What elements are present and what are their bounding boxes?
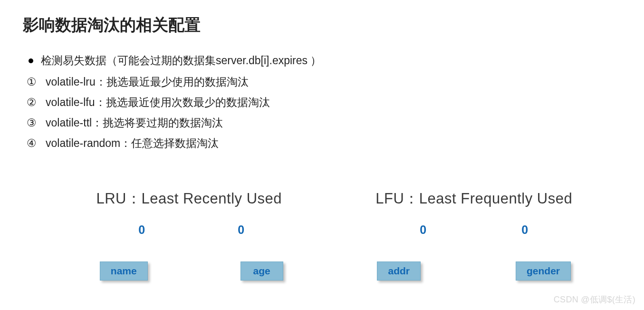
lfu-values-row: 0 0 — [332, 223, 617, 237]
list-item: ② volatile-lfu：挑选最近使用次数最少的数据淘汰 — [27, 95, 621, 110]
list-item: ④ volatile-random：任意选择数据淘汰 — [27, 136, 621, 151]
list-item-text: volatile-ttl：挑选将要过期的数据淘汰 — [46, 116, 223, 130]
lfu-diagram: LFU：Least Frequently Used 0 0 addr gende… — [332, 189, 622, 281]
lru-value: 0 — [238, 223, 244, 237]
lru-diagram: LRU：Least Recently Used 0 0 name age — [23, 189, 332, 281]
list-item-text: volatile-lru：挑选最近最少使用的数据淘汰 — [46, 75, 249, 89]
lfu-value: 0 — [420, 223, 426, 237]
page-title: 影响数据淘汰的相关配置 — [23, 14, 621, 36]
list-item: ③ volatile-ttl：挑选将要过期的数据淘汰 — [27, 116, 621, 130]
diagram-section: LRU：Least Recently Used 0 0 name age LFU… — [23, 189, 621, 281]
list-item: ① volatile-lru：挑选最近最少使用的数据淘汰 — [27, 75, 621, 89]
lfu-title: LFU：Least Frequently Used — [332, 189, 617, 209]
circled-number: ① — [27, 76, 46, 88]
bullet-line: 检测易失数据（可能会过期的数据集server.db[i].expires ） — [29, 53, 621, 68]
lru-boxes-row: name age — [51, 262, 332, 281]
bullet-text: 检测易失数据（可能会过期的数据集server.db[i].expires ） — [41, 53, 321, 68]
lru-value: 0 — [138, 223, 145, 237]
key-box-age: age — [240, 262, 283, 281]
watermark: CSDN @低调$(生活) — [554, 294, 635, 305]
bullet-dot-icon — [29, 58, 33, 63]
list-item-text: volatile-lfu：挑选最近使用次数最少的数据淘汰 — [46, 95, 270, 110]
lfu-value: 0 — [521, 223, 528, 237]
circled-number: ③ — [27, 116, 46, 129]
circled-number: ② — [27, 96, 46, 109]
lru-values-row: 0 0 — [51, 223, 332, 237]
key-box-gender: gender — [516, 262, 571, 281]
lru-title: LRU：Least Recently Used — [47, 189, 332, 209]
circled-number: ④ — [27, 137, 46, 150]
key-box-name: name — [100, 262, 148, 281]
list-item-text: volatile-random：任意选择数据淘汰 — [46, 136, 219, 151]
key-box-addr: addr — [377, 262, 421, 281]
lfu-boxes-row: addr gender — [332, 262, 617, 281]
